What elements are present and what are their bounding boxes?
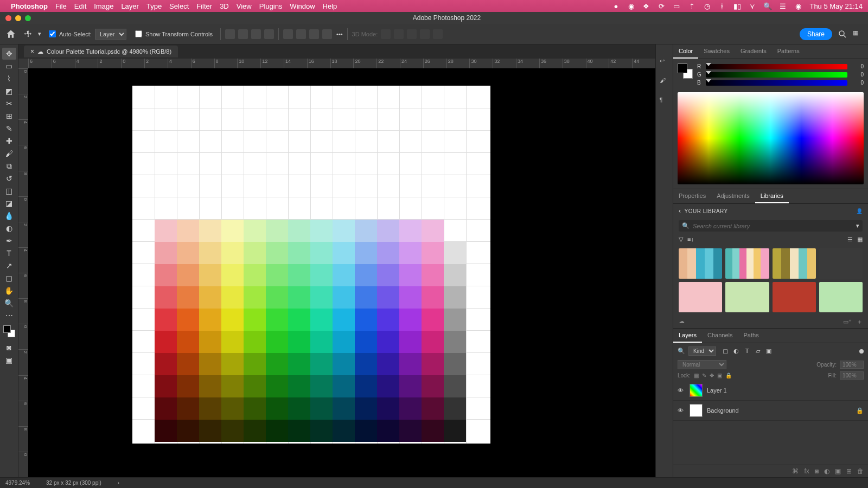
close-window-button[interactable]: [5, 15, 11, 21]
link-layers-icon[interactable]: ⌘: [792, 467, 799, 475]
control-center-icon[interactable]: ☰: [779, 2, 787, 10]
app-name[interactable]: Photoshop: [11, 2, 48, 10]
menu-plugins[interactable]: Plugins: [259, 2, 283, 10]
layer-style-icon[interactable]: fx: [804, 467, 809, 475]
shape-tool[interactable]: ▢: [2, 272, 16, 284]
move-tool[interactable]: ✥: [2, 48, 16, 60]
history-brush-tool[interactable]: ↺: [2, 172, 16, 184]
blur-tool[interactable]: 💧: [2, 210, 16, 222]
dropbox-icon[interactable]: ❖: [642, 2, 650, 10]
menu-3d[interactable]: 3D: [220, 2, 229, 10]
share-button[interactable]: Share: [800, 28, 832, 40]
layer-row[interactable]: 👁Background🔒: [673, 401, 868, 421]
close-tab-icon[interactable]: ×: [30, 48, 34, 55]
library-new-icon[interactable]: ＋: [857, 318, 863, 325]
paths-tab[interactable]: Paths: [738, 329, 764, 343]
canvas[interactable]: [132, 86, 490, 444]
gradients-tab[interactable]: Gradients: [735, 44, 772, 59]
b-slider[interactable]: [706, 80, 847, 86]
eyedropper-tool[interactable]: ✎: [2, 123, 16, 134]
library-item[interactable]: [819, 248, 863, 279]
lock-all-icon[interactable]: 🔒: [725, 373, 732, 378]
distribute-h-icon[interactable]: [264, 29, 274, 39]
path-tool[interactable]: ↗: [2, 260, 16, 272]
lock-position-icon[interactable]: ✎: [702, 373, 706, 378]
adjustment-layer-icon[interactable]: ◐: [824, 467, 829, 475]
filter-toggle[interactable]: [859, 349, 864, 354]
menu-view[interactable]: View: [237, 2, 252, 10]
filter-shape-icon[interactable]: ▱: [754, 348, 762, 355]
wifi-icon[interactable]: ⋎: [749, 2, 756, 10]
brush-tool[interactable]: 🖌: [2, 147, 16, 159]
menu-edit[interactable]: Edit: [74, 2, 86, 10]
sort-icon[interactable]: ≡↓: [687, 236, 694, 243]
zoom-tool[interactable]: 🔍: [2, 297, 16, 309]
document-tab[interactable]: × ☁ Colour Palette Tutorial.psdc @ 4980%…: [24, 46, 178, 57]
layer-thumbnail[interactable]: [690, 384, 703, 397]
canvas-area[interactable]: 6642024681012141618202224262830323436384…: [18, 59, 655, 477]
r-value[interactable]: 0: [851, 63, 864, 69]
menu-file[interactable]: File: [55, 2, 67, 10]
library-item[interactable]: [725, 282, 769, 312]
minimize-window-button[interactable]: [15, 15, 21, 21]
auto-select-checkbox[interactable]: [49, 30, 56, 37]
color-spectrum[interactable]: [678, 92, 864, 184]
foreground-color-swatch[interactable]: [3, 325, 11, 333]
library-search-input[interactable]: [693, 223, 853, 229]
layer-thumbnail[interactable]: [690, 404, 703, 417]
menu-select[interactable]: Select: [169, 2, 189, 10]
color-tab[interactable]: Color: [673, 44, 698, 59]
blend-mode-select[interactable]: Normal: [678, 360, 726, 369]
library-item[interactable]: [773, 282, 816, 312]
layer-row[interactable]: 👁Layer 1: [673, 381, 868, 401]
group-icon[interactable]: ▣: [835, 467, 841, 475]
lasso-tool[interactable]: ⌇: [2, 73, 16, 85]
library-item[interactable]: [819, 282, 863, 312]
align-right-icon[interactable]: [251, 29, 261, 39]
r-slider[interactable]: [706, 64, 847, 69]
filter-type-icon[interactable]: T: [743, 348, 751, 355]
align-center-v-icon[interactable]: [296, 29, 306, 39]
opacity-input[interactable]: [840, 361, 864, 369]
search-icon[interactable]: [838, 29, 847, 39]
grid-view-icon[interactable]: ▦: [857, 236, 863, 243]
list-view-icon[interactable]: ☰: [847, 236, 853, 243]
move-tool-indicator[interactable]: [22, 28, 35, 41]
menu-layer[interactable]: Layer: [121, 2, 139, 10]
swatches-tab[interactable]: Swatches: [698, 44, 735, 59]
g-value[interactable]: 0: [851, 72, 864, 78]
siri-icon[interactable]: ◉: [794, 2, 802, 10]
battery-icon[interactable]: ▮▯: [733, 2, 741, 10]
paragraph-panel-icon[interactable]: ¶: [660, 97, 669, 106]
menu-filter[interactable]: Filter: [196, 2, 212, 10]
fill-input[interactable]: [840, 371, 864, 380]
history-panel-icon[interactable]: ↩: [660, 57, 669, 67]
document-dimensions[interactable]: 32 px x 32 px (300 ppi): [46, 480, 101, 486]
lock-move-icon[interactable]: ✥: [710, 373, 714, 378]
display-icon[interactable]: ▭: [673, 2, 680, 10]
lock-artboard-icon[interactable]: ▣: [717, 373, 722, 378]
align-top-icon[interactable]: [283, 29, 293, 39]
chevron-right-icon[interactable]: ›: [118, 480, 119, 486]
sync-icon[interactable]: ⟳: [658, 2, 665, 10]
layer-visibility-icon[interactable]: 👁: [678, 387, 685, 394]
menu-type[interactable]: Type: [146, 2, 162, 10]
properties-tab[interactable]: Properties: [673, 189, 711, 203]
library-title[interactable]: YOUR LIBRARY: [685, 208, 728, 214]
b-value[interactable]: 0: [851, 80, 864, 86]
ruler-origin[interactable]: [18, 59, 28, 68]
delete-layer-icon[interactable]: 🗑: [857, 467, 864, 475]
chevron-down-icon[interactable]: ▾: [856, 222, 859, 229]
distribute-v-icon[interactable]: [322, 29, 332, 39]
workspace-icon[interactable]: ▦: [853, 29, 863, 39]
library-cloud-icon[interactable]: ☁: [679, 318, 685, 326]
layer-name[interactable]: Layer 1: [707, 387, 727, 394]
library-item[interactable]: [773, 248, 816, 279]
adjustments-tab[interactable]: Adjustments: [711, 189, 755, 203]
library-back-icon[interactable]: ‹: [679, 207, 681, 215]
library-search[interactable]: 🔍 ▾: [679, 220, 863, 232]
channels-tab[interactable]: Channels: [702, 329, 738, 343]
cc-icon[interactable]: ◉: [627, 2, 635, 10]
stamp-tool[interactable]: ⧉: [2, 160, 16, 172]
library-invite-icon[interactable]: 👤: [856, 208, 863, 214]
